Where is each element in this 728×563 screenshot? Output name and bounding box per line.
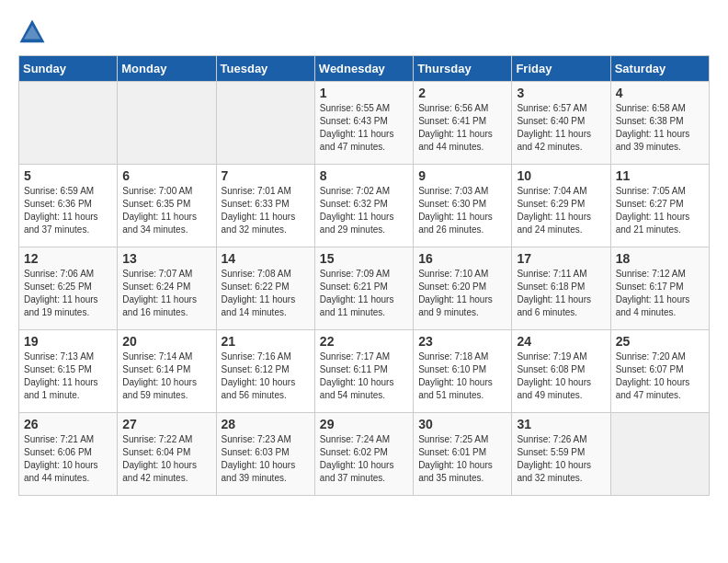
- day-info: Sunrise: 7:05 AM Sunset: 6:27 PM Dayligh…: [616, 185, 704, 236]
- logo-icon: [18, 18, 46, 46]
- day-info: Sunrise: 7:06 AM Sunset: 6:25 PM Dayligh…: [24, 268, 112, 319]
- day-info: Sunrise: 7:18 AM Sunset: 6:10 PM Dayligh…: [418, 350, 506, 402]
- day-info: Sunrise: 6:55 AM Sunset: 6:43 PM Dayligh…: [320, 102, 408, 154]
- day-cell: 27Sunrise: 7:22 AM Sunset: 6:04 PM Dayli…: [118, 413, 216, 496]
- day-number: 21: [222, 334, 310, 349]
- day-cell: 18Sunrise: 7:12 AM Sunset: 6:17 PM Dayli…: [610, 247, 709, 330]
- day-info: Sunrise: 7:23 AM Sunset: 6:03 PM Dayligh…: [222, 433, 310, 485]
- day-info: Sunrise: 6:57 AM Sunset: 6:40 PM Dayligh…: [517, 102, 605, 154]
- day-cell: 13Sunrise: 7:07 AM Sunset: 6:24 PM Dayli…: [118, 247, 216, 330]
- day-cell: 31Sunrise: 7:26 AM Sunset: 5:59 PM Dayli…: [512, 413, 610, 496]
- day-info: Sunrise: 6:56 AM Sunset: 6:41 PM Dayligh…: [418, 102, 506, 154]
- day-number: 6: [122, 168, 210, 183]
- day-cell: [216, 82, 314, 165]
- header-cell-sunday: Sunday: [19, 56, 118, 82]
- day-cell: [19, 82, 118, 165]
- day-info: Sunrise: 6:58 AM Sunset: 6:38 PM Dayligh…: [616, 102, 704, 154]
- day-info: Sunrise: 7:12 AM Sunset: 6:17 PM Dayligh…: [616, 268, 704, 319]
- day-info: Sunrise: 7:00 AM Sunset: 6:35 PM Dayligh…: [122, 185, 210, 236]
- day-info: Sunrise: 7:14 AM Sunset: 6:14 PM Dayligh…: [122, 350, 210, 402]
- day-cell: 12Sunrise: 7:06 AM Sunset: 6:25 PM Dayli…: [19, 247, 118, 330]
- day-number: 27: [122, 417, 210, 431]
- day-info: Sunrise: 7:03 AM Sunset: 6:30 PM Dayligh…: [418, 185, 506, 236]
- day-cell: [610, 413, 709, 496]
- day-cell: 17Sunrise: 7:11 AM Sunset: 6:18 PM Dayli…: [512, 247, 610, 330]
- day-number: 19: [24, 334, 112, 349]
- day-info: Sunrise: 7:20 AM Sunset: 6:07 PM Dayligh…: [616, 350, 704, 402]
- day-info: Sunrise: 7:16 AM Sunset: 6:12 PM Dayligh…: [222, 350, 310, 402]
- header-row: SundayMondayTuesdayWednesdayThursdayFrid…: [19, 56, 710, 82]
- day-info: Sunrise: 7:19 AM Sunset: 6:08 PM Dayligh…: [517, 350, 605, 402]
- day-cell: 20Sunrise: 7:14 AM Sunset: 6:14 PM Dayli…: [118, 330, 216, 413]
- day-number: 20: [122, 334, 210, 349]
- day-cell: 4Sunrise: 6:58 AM Sunset: 6:38 PM Daylig…: [610, 82, 709, 165]
- week-row-1: 1Sunrise: 6:55 AM Sunset: 6:43 PM Daylig…: [19, 82, 710, 165]
- day-info: Sunrise: 7:17 AM Sunset: 6:11 PM Dayligh…: [320, 350, 408, 402]
- day-cell: 28Sunrise: 7:23 AM Sunset: 6:03 PM Dayli…: [216, 413, 314, 496]
- header-cell-monday: Monday: [118, 56, 216, 82]
- day-number: 28: [222, 417, 310, 431]
- day-cell: 30Sunrise: 7:25 AM Sunset: 6:01 PM Dayli…: [414, 413, 512, 496]
- day-number: 22: [320, 334, 408, 349]
- day-number: 24: [517, 334, 605, 349]
- day-info: Sunrise: 7:13 AM Sunset: 6:15 PM Dayligh…: [24, 350, 112, 402]
- header-cell-thursday: Thursday: [414, 56, 512, 82]
- day-info: Sunrise: 7:01 AM Sunset: 6:33 PM Dayligh…: [222, 185, 310, 236]
- header-cell-saturday: Saturday: [610, 56, 709, 82]
- day-info: Sunrise: 7:04 AM Sunset: 6:29 PM Dayligh…: [517, 185, 605, 236]
- day-number: 12: [24, 251, 112, 266]
- day-cell: 16Sunrise: 7:10 AM Sunset: 6:20 PM Dayli…: [414, 247, 512, 330]
- day-number: 25: [616, 334, 704, 349]
- day-cell: 10Sunrise: 7:04 AM Sunset: 6:29 PM Dayli…: [512, 165, 610, 247]
- day-info: Sunrise: 7:10 AM Sunset: 6:20 PM Dayligh…: [418, 268, 506, 319]
- day-number: 8: [320, 168, 408, 183]
- day-number: 5: [24, 168, 112, 183]
- day-number: 30: [418, 417, 506, 431]
- day-number: 14: [222, 251, 310, 266]
- day-number: 31: [517, 417, 605, 431]
- day-info: Sunrise: 7:02 AM Sunset: 6:32 PM Dayligh…: [320, 185, 408, 236]
- day-number: 13: [122, 251, 210, 266]
- day-cell: 23Sunrise: 7:18 AM Sunset: 6:10 PM Dayli…: [414, 330, 512, 413]
- day-cell: 19Sunrise: 7:13 AM Sunset: 6:15 PM Dayli…: [19, 330, 118, 413]
- day-cell: 26Sunrise: 7:21 AM Sunset: 6:06 PM Dayli…: [19, 413, 118, 496]
- day-info: Sunrise: 7:11 AM Sunset: 6:18 PM Dayligh…: [517, 268, 605, 319]
- day-number: 9: [418, 168, 506, 183]
- day-cell: 5Sunrise: 6:59 AM Sunset: 6:36 PM Daylig…: [19, 165, 118, 247]
- day-cell: 15Sunrise: 7:09 AM Sunset: 6:21 PM Dayli…: [314, 247, 413, 330]
- day-number: 11: [616, 168, 704, 183]
- day-info: Sunrise: 7:25 AM Sunset: 6:01 PM Dayligh…: [418, 433, 506, 485]
- day-info: Sunrise: 7:22 AM Sunset: 6:04 PM Dayligh…: [122, 433, 210, 485]
- day-number: 29: [320, 417, 408, 431]
- day-info: Sunrise: 7:07 AM Sunset: 6:24 PM Dayligh…: [122, 268, 210, 319]
- day-cell: 22Sunrise: 7:17 AM Sunset: 6:11 PM Dayli…: [314, 330, 413, 413]
- day-cell: 9Sunrise: 7:03 AM Sunset: 6:30 PM Daylig…: [414, 165, 512, 247]
- header-cell-friday: Friday: [512, 56, 610, 82]
- day-number: 2: [418, 86, 506, 100]
- day-cell: 3Sunrise: 6:57 AM Sunset: 6:40 PM Daylig…: [512, 82, 610, 165]
- day-number: 7: [222, 168, 310, 183]
- week-row-4: 19Sunrise: 7:13 AM Sunset: 6:15 PM Dayli…: [19, 330, 710, 413]
- page-header: [18, 18, 710, 46]
- day-info: Sunrise: 6:59 AM Sunset: 6:36 PM Dayligh…: [24, 185, 112, 236]
- day-info: Sunrise: 7:24 AM Sunset: 6:02 PM Dayligh…: [320, 433, 408, 485]
- day-number: 23: [418, 334, 506, 349]
- day-number: 18: [616, 251, 704, 266]
- day-number: 16: [418, 251, 506, 266]
- day-cell: 1Sunrise: 6:55 AM Sunset: 6:43 PM Daylig…: [314, 82, 413, 165]
- day-cell: 24Sunrise: 7:19 AM Sunset: 6:08 PM Dayli…: [512, 330, 610, 413]
- day-info: Sunrise: 7:26 AM Sunset: 5:59 PM Dayligh…: [517, 433, 605, 485]
- calendar-table: SundayMondayTuesdayWednesdayThursdayFrid…: [18, 55, 710, 496]
- day-cell: [118, 82, 216, 165]
- day-number: 26: [24, 417, 112, 431]
- header-cell-wednesday: Wednesday: [314, 56, 413, 82]
- day-number: 3: [517, 86, 605, 100]
- day-number: 15: [320, 251, 408, 266]
- day-number: 4: [616, 86, 704, 100]
- day-number: 10: [517, 168, 605, 183]
- day-cell: 2Sunrise: 6:56 AM Sunset: 6:41 PM Daylig…: [414, 82, 512, 165]
- day-cell: 25Sunrise: 7:20 AM Sunset: 6:07 PM Dayli…: [610, 330, 709, 413]
- day-number: 17: [517, 251, 605, 266]
- day-cell: 8Sunrise: 7:02 AM Sunset: 6:32 PM Daylig…: [314, 165, 413, 247]
- day-info: Sunrise: 7:21 AM Sunset: 6:06 PM Dayligh…: [24, 433, 112, 485]
